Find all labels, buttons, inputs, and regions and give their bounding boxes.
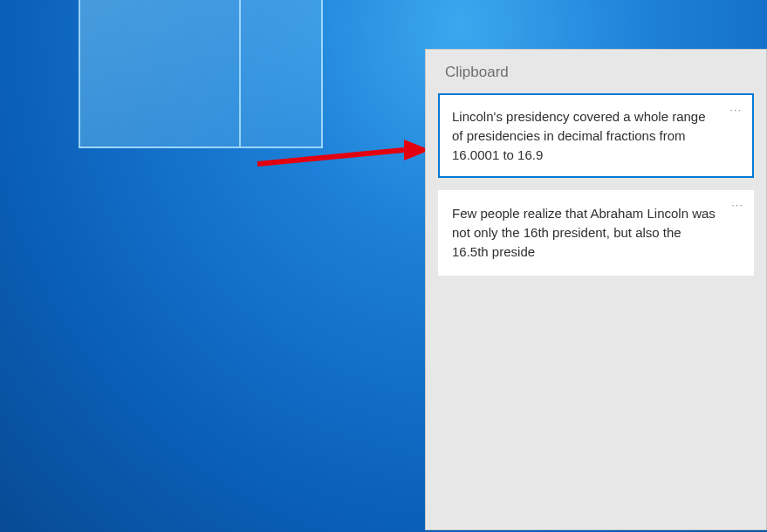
windows-logo-overlay xyxy=(79,0,323,148)
clipboard-item[interactable]: Few people realize that Abraham Lincoln … xyxy=(438,190,754,275)
clipboard-list: Lincoln's presidency covered a whole ran… xyxy=(426,93,766,276)
clipboard-item-text: Few people realize that Abraham Lincoln … xyxy=(452,204,716,261)
panel-title: Clipboard xyxy=(426,50,766,93)
more-options-icon[interactable]: ··· xyxy=(729,104,742,115)
clipboard-item-text: Lincoln's presidency covered a whole ran… xyxy=(452,107,716,164)
more-options-icon[interactable]: ··· xyxy=(731,199,743,210)
clipboard-item[interactable]: Lincoln's presidency covered a whole ran… xyxy=(438,93,754,178)
clipboard-panel: Clipboard Lincoln's presidency covered a… xyxy=(425,49,767,530)
